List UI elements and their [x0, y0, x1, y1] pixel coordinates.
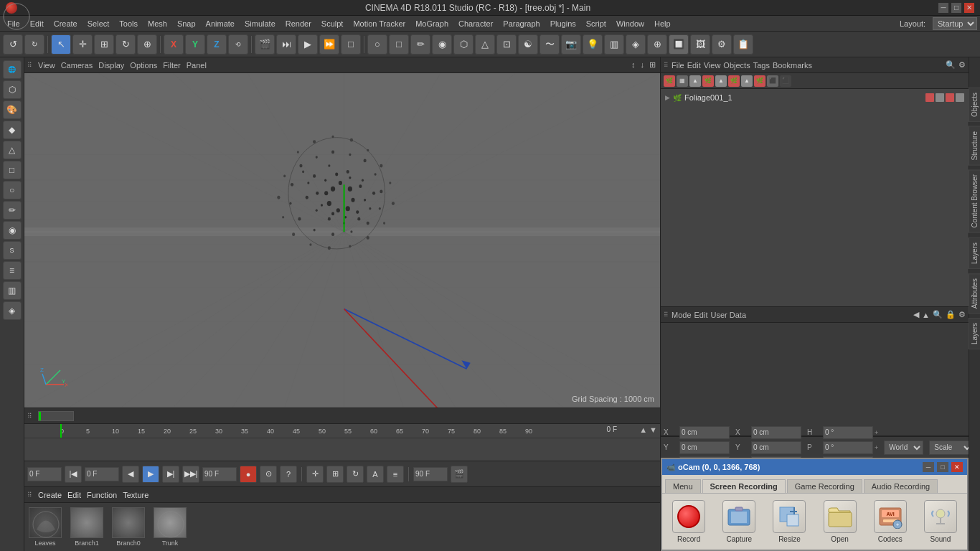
pen-btn[interactable]: ✏ — [410, 34, 430, 55]
deform-btn[interactable]: ⊡ — [496, 34, 517, 55]
play-forward-button[interactable]: ▶ — [142, 466, 159, 483]
select-tool[interactable]: ↖ — [51, 34, 71, 55]
start-frame-input[interactable] — [85, 467, 119, 481]
camera-btn[interactable]: 📷 — [561, 34, 581, 55]
menu-create[interactable]: Create — [50, 18, 82, 29]
preview-end-input[interactable] — [413, 467, 448, 481]
material-leaves[interactable]: Leaves — [27, 507, 63, 547]
loop-btn[interactable]: ◉ — [432, 34, 452, 55]
scale-tool[interactable]: ⊞ — [94, 34, 114, 55]
ocam-resize-button[interactable]: Resize — [768, 500, 810, 543]
ocam-record-button[interactable]: Record — [668, 500, 710, 543]
viewport-cameras-menu[interactable]: Cameras — [61, 61, 93, 70]
menu-plugins[interactable]: Plugins — [546, 18, 580, 29]
props-mode-menu[interactable]: Mode — [672, 311, 692, 319]
obj-vis-2[interactable] — [936, 93, 944, 102]
ocam-minimize-btn[interactable]: ─ — [923, 462, 934, 472]
rotate-key-button[interactable]: ↻ — [347, 466, 364, 483]
material-trunk[interactable]: Trunk — [152, 507, 188, 547]
next-key-button[interactable]: ▶▶| — [182, 466, 199, 483]
objects-objects-menu[interactable]: Objects — [723, 61, 750, 70]
uv-mode[interactable]: ○ — [3, 181, 22, 199]
objects-tags-menu[interactable]: Tags — [753, 61, 770, 70]
object-foliage[interactable]: ▶ 🌿 Foliage001_1 — [662, 90, 967, 105]
obj-vis-3[interactable] — [946, 93, 954, 102]
frame-down-arrow[interactable]: ▼ — [649, 425, 657, 434]
step-btn[interactable]: ⏩ — [319, 34, 339, 55]
tag-icon-8[interactable]: 🌿 — [754, 75, 765, 87]
tag-icon-4[interactable]: 🌿 — [702, 75, 714, 87]
add-icon-2[interactable]: + — [875, 444, 878, 451]
motion-btn[interactable]: 🎬 — [451, 466, 468, 483]
step-forward-button[interactable]: ▶| — [162, 466, 179, 483]
light-btn[interactable]: 💡 — [583, 34, 603, 55]
menu-render[interactable]: Render — [281, 18, 316, 29]
texture-mode[interactable]: 🎨 — [3, 100, 22, 119]
subdiv-btn[interactable]: △ — [475, 34, 495, 55]
structure-tab[interactable]: Structure — [969, 126, 980, 166]
menu-script[interactable]: Script — [582, 18, 611, 29]
paint-tool[interactable]: ◉ — [3, 221, 22, 240]
prev-key-button[interactable]: |◀ — [65, 466, 82, 483]
materials-edit-menu[interactable]: Edit — [67, 491, 81, 499]
layers-2-tab[interactable]: Layers — [969, 318, 980, 349]
ocam-sound-button[interactable]: Sound — [920, 500, 961, 543]
tag-icon-7[interactable]: ▲ — [741, 75, 753, 87]
scale-key-button[interactable]: ⊞ — [326, 466, 344, 483]
y-pos-input[interactable] — [679, 441, 730, 454]
materials-texture-menu[interactable]: Texture — [123, 491, 149, 499]
play-btn[interactable]: 🎬 — [255, 34, 275, 55]
tag-icon-5[interactable]: ▲ — [715, 75, 727, 87]
x-axis-btn[interactable]: X — [164, 34, 184, 55]
all-key-button[interactable]: ≡ — [387, 466, 404, 483]
content-browser-tab[interactable]: Content Browser — [969, 169, 980, 232]
props-edit-menu[interactable]: Edit — [694, 311, 708, 319]
objects-edit-menu[interactable]: Edit — [687, 61, 701, 70]
render-all-btn[interactable]: 🖼 — [690, 34, 710, 55]
cube-btn[interactable]: □ — [389, 34, 409, 55]
play-back-button[interactable]: ◀ — [122, 466, 139, 483]
h-rot-input[interactable] — [823, 426, 873, 439]
objects-tab[interactable]: Objects — [969, 88, 980, 122]
menu-snap[interactable]: Snap — [173, 18, 200, 29]
move-key-button[interactable]: ✛ — [306, 466, 324, 483]
maximize-button[interactable]: □ — [951, 3, 961, 13]
props-nav-2[interactable]: ▲ — [922, 311, 930, 319]
frame-up-arrow[interactable]: ▲ — [639, 425, 647, 434]
render-active-btn[interactable]: 🔲 — [669, 34, 689, 55]
y-size-input[interactable] — [751, 441, 801, 454]
render-settings-btn[interactable]: ⚙ — [712, 34, 732, 55]
loop-button[interactable]: ● — [240, 466, 257, 483]
ocam-codecs-button[interactable]: AVI + Codecs — [870, 500, 911, 543]
menu-animate[interactable]: Animate — [202, 18, 239, 29]
menu-paragraph[interactable]: Paragraph — [499, 18, 544, 29]
ocam-maximize-btn[interactable]: □ — [937, 462, 948, 472]
grid-tool[interactable]: ≡ — [3, 261, 22, 280]
model-mode[interactable]: ⬡ — [3, 80, 22, 99]
obj-vis-1[interactable] — [925, 93, 934, 102]
snap-tool[interactable]: ▥ — [3, 281, 22, 300]
objects-file-menu[interactable]: File — [672, 61, 684, 70]
polygon-mode[interactable]: ◆ — [3, 121, 22, 139]
record-button[interactable]: ⊙ — [260, 466, 277, 483]
tag-icon-1[interactable]: 🌿 — [664, 75, 675, 87]
skybox-btn[interactable]: ◈ — [626, 34, 646, 55]
array-btn[interactable]: ☯ — [518, 34, 538, 55]
bevel-tool[interactable]: ◈ — [3, 301, 22, 320]
redo-button[interactable]: ↻ — [24, 34, 44, 55]
tag-icon-10[interactable]: ⬛ — [780, 75, 791, 87]
menu-character[interactable]: Character — [454, 18, 497, 29]
coord-space-select[interactable]: World Object — [884, 441, 923, 455]
null-btn[interactable]: ⊕ — [647, 34, 667, 55]
stop-btn[interactable]: ▶ — [298, 34, 318, 55]
point-mode[interactable]: □ — [3, 161, 22, 179]
menu-tools[interactable]: Tools — [115, 18, 142, 29]
viewport-filter-menu[interactable]: Filter — [163, 61, 180, 70]
ocam-tab-screen[interactable]: Screen Recording — [702, 479, 786, 493]
irradiance-tool[interactable]: S — [3, 241, 22, 260]
tag-icon-6[interactable]: 🌿 — [728, 75, 740, 87]
obj-vis-4[interactable] — [956, 93, 964, 102]
ocam-close-btn[interactable]: ✕ — [951, 462, 963, 472]
ocam-open-button[interactable]: Open — [819, 500, 861, 543]
viewport-canvas[interactable]: Perspective — [24, 73, 660, 408]
